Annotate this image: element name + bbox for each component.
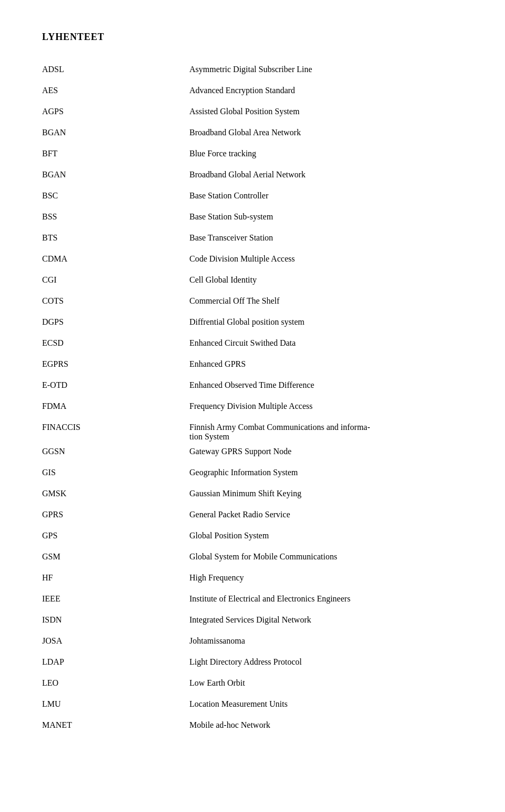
abbr-code: BGAN: [42, 127, 189, 137]
abbr-code: AGPS: [42, 106, 189, 116]
abbr-code: CDMA: [42, 253, 189, 264]
list-item: BTSBase Transceiver Station: [42, 232, 463, 249]
abbr-code: GIS: [42, 467, 189, 477]
list-item: AESAdvanced Encryption Standard: [42, 85, 463, 102]
abbr-definition: Code Division Multiple Access: [189, 253, 463, 264]
list-item: CDMACode Division Multiple Access: [42, 253, 463, 270]
abbr-code: GPRS: [42, 509, 189, 519]
list-item: GPRSGeneral Packet Radio Service: [42, 509, 463, 526]
abbr-code: BFT: [42, 148, 189, 158]
list-item: GPSGlobal Position System: [42, 530, 463, 547]
abbr-definition: Enhanced GPRS: [189, 358, 463, 369]
list-item: LEOLow Earth Orbit: [42, 677, 463, 694]
list-item: FINACCISFinnish Army Combat Communicatio…: [42, 422, 463, 442]
abbr-definition: Global Position System: [189, 530, 463, 540]
abbr-code: GPS: [42, 530, 189, 540]
list-item: DGPSDiffrential Global position system: [42, 316, 463, 333]
list-item: GMSKGaussian Minimum Shift Keying: [42, 488, 463, 505]
abbr-definition: Blue Force tracking: [189, 148, 463, 158]
abbr-definition: Assisted Global Position System: [189, 106, 463, 116]
list-item: CGICell Global Identity: [42, 274, 463, 291]
list-item: AGPSAssisted Global Position System: [42, 106, 463, 123]
abbr-definition: Diffrential Global position system: [189, 316, 463, 327]
abbr-definition: Finnish Army Combat Communications and i…: [189, 422, 463, 442]
abbr-definition: Asymmetric Digital Subscriber Line: [189, 64, 463, 74]
abbr-definition: Enhanced Observed Time Difference: [189, 379, 463, 390]
abbr-definition: Gateway GPRS Support Node: [189, 446, 463, 456]
abbr-code: LMU: [42, 698, 189, 709]
list-item: MANETMobile ad-hoc Network: [42, 719, 463, 736]
abbr-definition: Commercial Off The Shelf: [189, 295, 463, 306]
abbr-code: IEEE: [42, 593, 189, 604]
abbr-code: ISDN: [42, 614, 189, 625]
abbr-code: LEO: [42, 677, 189, 688]
abbr-definition: Gaussian Minimum Shift Keying: [189, 488, 463, 498]
abbr-code: LDAP: [42, 656, 189, 667]
abbreviation-list: ADSLAsymmetric Digital Subscriber LineAE…: [42, 64, 463, 736]
list-item: BFTBlue Force tracking: [42, 148, 463, 165]
abbr-definition: Advanced Encryption Standard: [189, 85, 463, 95]
list-item: BGANBroadband Global Area Network: [42, 127, 463, 144]
list-item: LMULocation Measurement Units: [42, 698, 463, 715]
abbr-definition: Johtamissanoma: [189, 635, 463, 646]
abbr-code: MANET: [42, 719, 189, 730]
abbr-code: BTS: [42, 232, 189, 243]
abbr-definition: Frequency Division Multiple Access: [189, 400, 463, 411]
abbr-code: EGPRS: [42, 358, 189, 369]
abbr-definition: Base Station Controller: [189, 190, 463, 201]
list-item: GISGeographic Information System: [42, 467, 463, 484]
abbr-definition: Geographic Information System: [189, 467, 463, 477]
abbr-code: HF: [42, 572, 189, 583]
list-item: BSCBase Station Controller: [42, 190, 463, 207]
list-item: BGANBroadband Global Aerial Network: [42, 169, 463, 186]
list-item: BSSBase Station Sub-system: [42, 211, 463, 228]
abbr-code: AES: [42, 85, 189, 95]
abbr-code: BSC: [42, 190, 189, 201]
list-item: JOSAJohtamissanoma: [42, 635, 463, 652]
list-item: COTSCommercial Off The Shelf: [42, 295, 463, 312]
list-item: E-OTDEnhanced Observed Time Difference: [42, 379, 463, 396]
list-item: IEEEInstitute of Electrical and Electron…: [42, 593, 463, 610]
abbr-code: GSM: [42, 551, 189, 562]
abbr-definition: Base Station Sub-system: [189, 211, 463, 222]
abbr-definition: Light Directory Address Protocol: [189, 656, 463, 667]
abbr-definition: Global System for Mobile Communications: [189, 551, 463, 562]
abbr-code: BGAN: [42, 169, 189, 179]
list-item: ISDNIntegrated Services Digital Network: [42, 614, 463, 631]
abbr-definition: Location Measurement Units: [189, 698, 463, 709]
page-title: LYHENTEET: [42, 32, 463, 43]
abbr-code: DGPS: [42, 316, 189, 327]
abbr-definition: Cell Global Identity: [189, 274, 463, 285]
abbr-code: JOSA: [42, 635, 189, 646]
abbr-definition: Broadband Global Area Network: [189, 127, 463, 137]
abbr-definition: Integrated Services Digital Network: [189, 614, 463, 625]
abbr-code: CGI: [42, 274, 189, 285]
abbr-code: FDMA: [42, 400, 189, 411]
abbr-definition: Mobile ad-hoc Network: [189, 719, 463, 730]
list-item: HFHigh Frequency: [42, 572, 463, 589]
list-item: GSMGlobal System for Mobile Communicatio…: [42, 551, 463, 568]
abbr-code: COTS: [42, 295, 189, 306]
abbr-definition: General Packet Radio Service: [189, 509, 463, 519]
abbr-code: FINACCIS: [42, 422, 189, 432]
abbr-code: E-OTD: [42, 379, 189, 390]
list-item: FDMAFrequency Division Multiple Access: [42, 400, 463, 417]
abbr-definition: Broadband Global Aerial Network: [189, 169, 463, 179]
list-item: EGPRSEnhanced GPRS: [42, 358, 463, 375]
list-item: ADSLAsymmetric Digital Subscriber Line: [42, 64, 463, 81]
abbr-definition: Enhanced Circuit Swithed Data: [189, 337, 463, 348]
abbr-definition: Base Transceiver Station: [189, 232, 463, 243]
list-item: GGSNGateway GPRS Support Node: [42, 446, 463, 463]
abbr-code: GGSN: [42, 446, 189, 456]
list-item: ECSDEnhanced Circuit Swithed Data: [42, 337, 463, 354]
list-item: LDAPLight Directory Address Protocol: [42, 656, 463, 673]
abbr-definition: High Frequency: [189, 572, 463, 583]
abbr-definition: Institute of Electrical and Electronics …: [189, 593, 463, 604]
abbr-code: BSS: [42, 211, 189, 222]
abbr-definition: Low Earth Orbit: [189, 677, 463, 688]
abbr-code: ECSD: [42, 337, 189, 348]
abbr-code: GMSK: [42, 488, 189, 498]
abbr-code: ADSL: [42, 64, 189, 74]
